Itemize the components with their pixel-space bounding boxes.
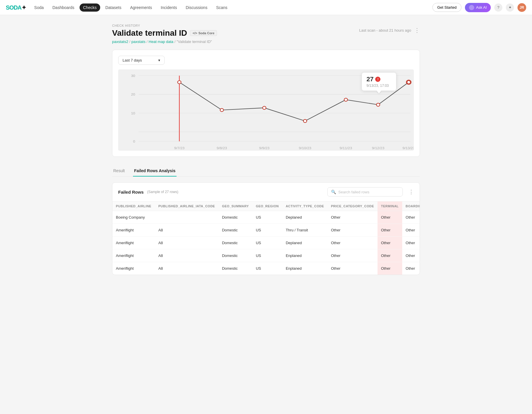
cell-row4-col1: A8	[155, 262, 218, 275]
svg-text:9/13/23: 9/13/23	[402, 146, 414, 150]
failed-rows-card: Failed Rows (Sample of 27 rows) 🔍 ⋮ PUBL…	[112, 182, 420, 275]
tab-failed-rows-analysis[interactable]: Failed Rows Analysis	[133, 165, 177, 177]
svg-text:0: 0	[133, 139, 135, 143]
ask-ai-icon	[469, 5, 474, 10]
cell-row0-col1	[155, 211, 218, 224]
cell-row2-col1: A8	[155, 237, 218, 249]
svg-text:9/9/23: 9/9/23	[259, 146, 269, 150]
error-icon: !	[375, 77, 380, 82]
cell-row1-col2: Domestic	[218, 224, 252, 237]
svg-point-15	[344, 98, 348, 101]
last-scan: Last scan - about 21 hours ago	[359, 28, 411, 33]
col-header-price-category: PRICE_CATEGORY_CODE	[328, 201, 378, 211]
cell-row3-col0: Ameriflight	[112, 249, 155, 262]
tooltip-arrow	[377, 91, 381, 93]
col-header-terminal: TERMINAL	[378, 201, 402, 211]
tab-result[interactable]: Result	[112, 165, 126, 177]
cell-row2-col6: Other	[378, 237, 402, 249]
cell-row0-col0: Boeing Company	[112, 211, 155, 224]
cell-row2-col3: US	[252, 237, 282, 249]
search-input[interactable]	[338, 190, 399, 194]
cell-row3-col7: Other	[402, 249, 420, 262]
svg-text:9/12/23: 9/12/23	[372, 146, 384, 150]
cell-row4-col4: Enplaned	[282, 262, 328, 275]
cell-row0-col6: Other	[378, 211, 402, 224]
cell-row3-col4: Enplaned	[282, 249, 328, 262]
table-options-button[interactable]: ⋮	[409, 189, 414, 195]
svg-point-13	[263, 106, 266, 109]
cell-row1-col3: US	[252, 224, 282, 237]
cell-row0-col7: Other	[402, 211, 420, 224]
table-row: Boeing CompanyDomesticUSDeplanedOtherOth…	[112, 211, 420, 224]
avatar[interactable]: JR	[517, 3, 526, 12]
table-row: AmeriflightA8DomesticUSEnplanedOtherOthe…	[112, 262, 420, 275]
cell-row3-col2: Domestic	[218, 249, 252, 262]
tabs: Result Failed Rows Analysis	[112, 165, 420, 177]
svg-point-12	[220, 109, 224, 112]
svg-text:9/10/23: 9/10/23	[299, 146, 311, 150]
table-row: AmeriflightA8DomesticUSDeplanedOtherOthe…	[112, 237, 420, 249]
svg-text:9/11/23: 9/11/23	[340, 146, 352, 150]
sample-badge: (Sample of 27 rows)	[147, 190, 178, 194]
period-select[interactable]: Last 7 days ▾	[118, 56, 165, 65]
svg-text:9/7/23: 9/7/23	[174, 146, 185, 150]
cell-row3-col6: Other	[378, 249, 402, 262]
cell-row0-col3: US	[252, 211, 282, 224]
cell-row2-col5: Other	[328, 237, 378, 249]
cell-row3-col3: US	[252, 249, 282, 262]
svg-point-14	[303, 119, 307, 123]
nav-discussions[interactable]: Discussions	[182, 3, 211, 12]
slack-icon[interactable]: ✦	[506, 3, 514, 12]
failed-rows-header: Failed Rows (Sample of 27 rows) 🔍 ⋮	[112, 183, 420, 201]
cell-row1-col4: Thru / Transit	[282, 224, 328, 237]
svg-point-11	[178, 81, 181, 84]
nav-soda[interactable]: Soda	[31, 3, 47, 12]
failed-rows-table: PUBLISHED_AIRLINE PUBLISHED_AIRLINE_IATA…	[112, 201, 420, 275]
cell-row4-col2: Domestic	[218, 262, 252, 275]
help-icon[interactable]: ?	[494, 3, 502, 12]
svg-text:10: 10	[131, 111, 135, 115]
col-header-iata-code: PUBLISHED_AIRLINE_IATA_CODE	[155, 201, 218, 211]
cell-row1-col0: Ameriflight	[112, 224, 155, 237]
cell-row4-col6: Other	[378, 262, 402, 275]
cell-row1-col7: Other	[402, 224, 420, 237]
breadcrumb-paxstats2[interactable]: paxstats2	[112, 39, 128, 44]
col-header-activity-type: ACTIVITY_TYPE_CODE	[282, 201, 328, 211]
svg-text:9/8/23: 9/8/23	[217, 146, 227, 150]
col-header-geo-summary: GEO_SUMMARY	[218, 201, 252, 211]
table-row: AmeriflightA8DomesticUSThru / TransitOth…	[112, 224, 420, 237]
cell-row0-col4: Deplaned	[282, 211, 328, 224]
nav-checks[interactable]: Checks	[80, 3, 100, 12]
cell-row1-col5: Other	[328, 224, 378, 237]
col-header-boarding-area: BOARDING_AREA	[402, 201, 420, 211]
search-box: 🔍	[327, 187, 403, 197]
cell-row3-col1: A8	[155, 249, 218, 262]
cell-row4-col3: US	[252, 262, 282, 275]
chart-area: 27 ! 9/13/23, 17:03 30 20 10	[118, 69, 414, 151]
nav-datasets[interactable]: Datasets	[102, 3, 125, 12]
page-title: Validate terminal ID </> Soda Core	[112, 28, 217, 38]
breadcrumb-heatmap[interactable]: Heat map data	[149, 39, 173, 44]
code-icon: </>	[193, 31, 197, 35]
svg-text:30: 30	[131, 74, 135, 78]
cell-row4-col5: Other	[328, 262, 378, 275]
nav-incidents[interactable]: Incidents	[157, 3, 180, 12]
ask-ai-button[interactable]: Ask AI	[465, 3, 491, 12]
svg-text:20: 20	[131, 93, 135, 96]
chevron-down-icon: ▾	[158, 58, 160, 62]
get-started-button[interactable]: Get Started	[432, 3, 461, 12]
search-icon: 🔍	[331, 190, 336, 194]
cell-row2-col7: Other	[402, 237, 420, 249]
more-options-button[interactable]: ⋮	[414, 27, 420, 34]
check-history-label: CHECK HISTORY	[112, 24, 217, 27]
tooltip-value: 27 !	[366, 75, 391, 83]
nav-agreements[interactable]: Agreements	[127, 3, 155, 12]
failed-rows-title: Failed Rows	[118, 190, 144, 195]
breadcrumb-paxstats[interactable]: paxstats	[132, 39, 145, 44]
page-header: CHECK HISTORY Validate terminal ID </> S…	[112, 24, 420, 50]
nav-scans[interactable]: Scans	[213, 3, 231, 12]
navbar-right: Get Started Ask AI ? ✦ JR	[432, 3, 526, 12]
nav-dashboards[interactable]: Dashboards	[49, 3, 78, 12]
cell-row2-col4: Deplaned	[282, 237, 328, 249]
col-header-geo-region: GEO_REGION	[252, 201, 282, 211]
